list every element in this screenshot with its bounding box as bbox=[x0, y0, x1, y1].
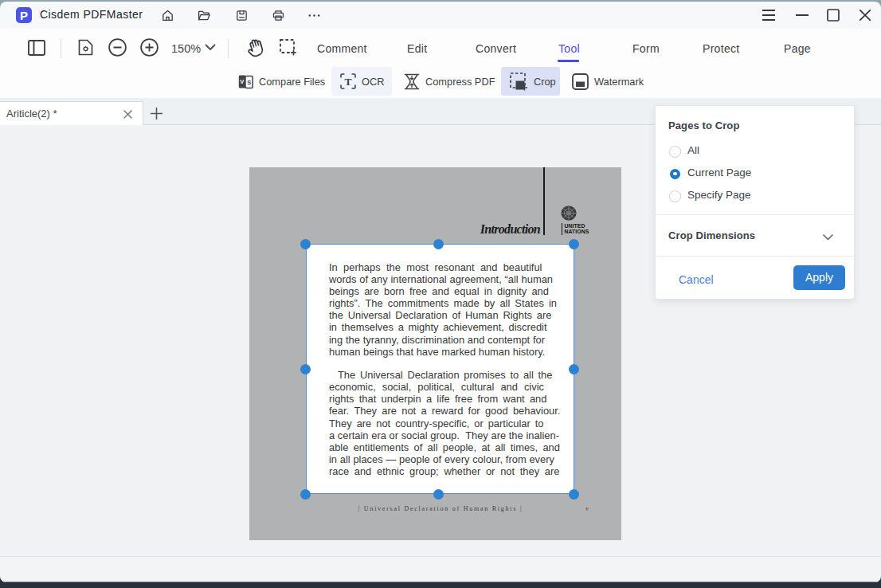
svg-text:V: V bbox=[240, 78, 244, 85]
svg-text:S: S bbox=[247, 78, 251, 85]
svg-text:T: T bbox=[344, 76, 351, 88]
